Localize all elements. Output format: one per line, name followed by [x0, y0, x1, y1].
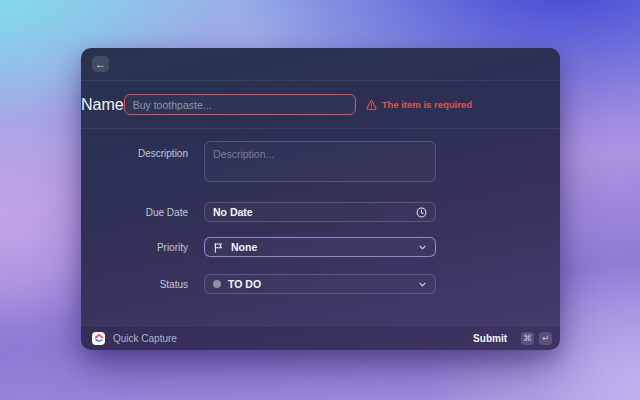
priority-select[interactable]: None	[204, 237, 436, 257]
form-body: Description Due Date No Date	[81, 129, 560, 325]
due-date-value: No Date	[213, 206, 409, 218]
quick-capture-window: ← Name The item is required Description	[81, 48, 560, 350]
back-arrow-icon: ←	[95, 58, 106, 70]
chevron-down-icon	[418, 243, 427, 252]
priority-value: None	[231, 241, 411, 253]
priority-label: Priority	[81, 242, 188, 253]
description-label: Description	[81, 141, 188, 159]
submit-button[interactable]: Submit	[473, 333, 507, 344]
warning-triangle-icon	[366, 100, 377, 110]
clock-icon	[416, 207, 427, 218]
app-logo-icon	[92, 332, 105, 345]
due-date-row: Due Date No Date	[81, 202, 560, 222]
validation-error-text: The item is required	[382, 99, 472, 110]
status-dot-icon	[213, 280, 221, 288]
description-row: Description	[81, 141, 560, 186]
due-date-field[interactable]: No Date	[204, 202, 436, 222]
flag-icon	[213, 242, 224, 253]
titlebar: ←	[81, 48, 560, 81]
name-row: Name The item is required	[81, 81, 560, 129]
priority-row: Priority None	[81, 237, 560, 257]
status-label: Status	[81, 279, 188, 290]
command-key-icon[interactable]: ⌘	[521, 332, 534, 345]
status-select[interactable]: TO DO	[204, 274, 436, 294]
name-label: Name	[81, 96, 124, 114]
status-row: Status TO DO	[81, 274, 560, 294]
name-input[interactable]	[124, 94, 356, 115]
validation-error: The item is required	[366, 99, 472, 110]
chevron-down-icon	[418, 280, 427, 289]
enter-key-icon[interactable]: ↵	[539, 332, 552, 345]
back-button[interactable]: ←	[92, 56, 109, 72]
status-value: TO DO	[228, 278, 411, 290]
footer-bar: Quick Capture Submit ⌘ ↵	[81, 325, 560, 350]
description-input[interactable]	[204, 141, 436, 182]
due-date-label: Due Date	[81, 207, 188, 218]
app-name: Quick Capture	[113, 333, 177, 344]
